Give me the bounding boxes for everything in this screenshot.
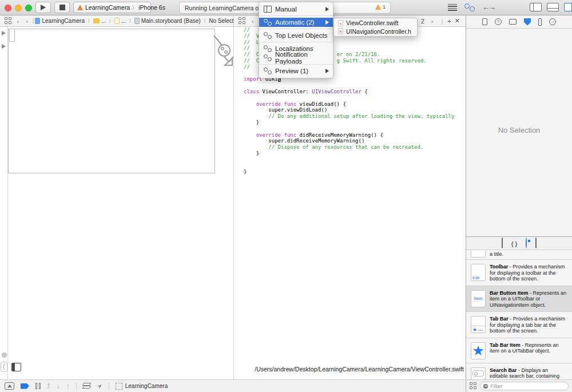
object-cube-icon: [526, 237, 527, 248]
menu-item[interactable]: Notification Payloads: [259, 53, 333, 62]
app-target-icon: [77, 5, 83, 10]
hide-debug-area-button[interactable]: [5, 382, 14, 390]
file-icon: [114, 18, 120, 24]
library-item[interactable]: Toolbar - Provides a mechanism for displ…: [466, 260, 572, 286]
standard-editor-button[interactable]: [448, 4, 457, 11]
code-line: [244, 163, 454, 169]
code-line: }: [244, 151, 454, 157]
code-line: class ViewController: UIViewController {: [244, 89, 454, 95]
step-over-button[interactable]: ⤴: [47, 382, 50, 390]
breadcrumb-item[interactable]: Main.storyboard (Base): [134, 18, 201, 24]
step-out-button[interactable]: ↑: [66, 382, 70, 390]
tab-bar-object-icon: ★•••: [471, 316, 486, 333]
file-template-library-tab[interactable]: [502, 238, 503, 248]
back-button[interactable]: ‹: [248, 18, 257, 25]
toggle-debug-area-button[interactable]: [547, 3, 559, 11]
code-line: [244, 82, 454, 89]
step-into-button[interactable]: ↓: [57, 382, 60, 390]
menu-item[interactable]: Manual: [259, 5, 333, 14]
next-counterpart-button[interactable]: ›: [428, 18, 437, 25]
counterpart-index: 2: [421, 18, 424, 25]
size-inspector-tab[interactable]: [538, 18, 542, 26]
inspector-tab-bar: ? →: [466, 15, 572, 29]
object-library-tab[interactable]: [526, 238, 527, 248]
forward-button[interactable]: ›: [22, 18, 31, 25]
assistant-editor-button[interactable]: [464, 3, 475, 11]
stop-icon: [59, 5, 65, 10]
library-item-partial[interactable]: a title.: [466, 251, 572, 260]
related-items-icon[interactable]: [5, 17, 11, 25]
filter-icon: [483, 384, 488, 389]
arrow-circle-icon: →: [549, 18, 556, 25]
search-bar-object-icon: [471, 367, 486, 380]
menu-item[interactable]: Top Level Objects: [259, 31, 333, 40]
library-item[interactable]: Search Bar - Displays an editable search…: [466, 363, 572, 380]
zoom-window-button[interactable]: [25, 5, 32, 11]
code-line: super.didReceiveMemoryWarning(): [244, 138, 454, 144]
no-selection-label: No Selection: [466, 126, 572, 134]
close-assistant-editor-button[interactable]: ✕: [455, 17, 460, 25]
close-window-button[interactable]: [5, 5, 11, 11]
document-outline-toggle-button[interactable]: [11, 363, 21, 371]
submenu-item[interactable]: sViewController.swift: [334, 19, 417, 27]
outline-strip-button[interactable]: (: [1, 362, 7, 372]
identity-inspector-tab[interactable]: [509, 19, 517, 25]
disclosure-triangle-icon[interactable]: [2, 44, 6, 49]
scrollbar-thumb[interactable]: [2, 353, 7, 358]
version-editor-button[interactable]: ←→: [482, 3, 495, 11]
warning-badge[interactable]: 1: [375, 4, 386, 10]
storyboard-canvas[interactable]: (: [0, 27, 233, 379]
add-assistant-editor-button[interactable]: +: [447, 18, 451, 25]
view-debugger-button[interactable]: [83, 383, 91, 390]
code-line: // Do any additional setup after loading…: [244, 113, 454, 120]
connections-inspector-tab[interactable]: →: [549, 18, 556, 25]
breadcrumb-item[interactable]: ...: [114, 18, 126, 24]
submenu-item[interactable]: hUINavigationController.h: [334, 27, 417, 36]
scheme-selector[interactable]: LearningCamera 〉 iPhone 6s: [73, 2, 151, 13]
library-item[interactable]: ItemBar Button Item - Represents an item…: [466, 286, 572, 312]
disclosure-triangle-icon[interactable]: [2, 31, 6, 35]
library-view-mode-icon[interactable]: [470, 382, 477, 390]
menu-item[interactable]: Automatic (2): [259, 18, 333, 27]
menu-separator: [259, 29, 333, 29]
breadcrumb-item[interactable]: LearningCamera: [35, 18, 85, 24]
library-filter-bar: Filter: [466, 379, 572, 392]
file-inspector-tab[interactable]: [482, 18, 487, 25]
eject-icon: [7, 385, 12, 387]
stop-button[interactable]: [54, 2, 70, 13]
folder-icon: [93, 18, 100, 23]
breadcrumb-item[interactable]: ...: [93, 18, 106, 24]
back-button[interactable]: ‹: [14, 18, 23, 25]
media-library-tab[interactable]: [535, 238, 537, 248]
toggle-navigator-button[interactable]: [530, 3, 542, 11]
code-line: super.viewDidLoad(): [244, 107, 454, 113]
library-item-text: Tab Bar Item - Represents an item on a U…: [490, 342, 567, 359]
library-filter-field[interactable]: Filter: [480, 382, 569, 390]
divider: [76, 382, 77, 390]
minimize-window-button[interactable]: [15, 5, 22, 11]
run-button[interactable]: [35, 2, 51, 13]
process-grid-icon: [116, 383, 122, 390]
process-chip[interactable]: LearningCamera: [116, 383, 168, 390]
object-icon: [471, 251, 486, 258]
chevron-right-icon: 〉: [128, 18, 133, 24]
library-item[interactable]: ★Tab Bar Item - Represents an item on a …: [466, 338, 572, 363]
pause-button[interactable]: [35, 383, 41, 389]
simulate-location-button[interactable]: ➢: [95, 382, 104, 391]
segue-arrow: [205, 30, 233, 93]
toggle-utilities-button[interactable]: [564, 3, 572, 11]
menu-item[interactable]: Preview (1): [259, 66, 333, 76]
breadcrumb: LearningCamera〉...〉...〉Main.storyboard (…: [35, 18, 241, 24]
related-items-icon[interactable]: [239, 17, 246, 25]
quick-help-inspector-tab[interactable]: ?: [495, 18, 502, 25]
primary-jump-bar: ‹ › | LearningCamera〉...〉...〉Main.storyb…: [0, 15, 233, 27]
attributes-inspector-tab[interactable]: [524, 18, 531, 26]
warning-icon: [375, 4, 381, 10]
library-item-text: Toolbar - Provides a mechanism for displ…: [490, 264, 567, 282]
chevron-right-icon: 〉: [86, 18, 92, 24]
submenu-arrow-icon: [325, 20, 329, 25]
view-controller-view[interactable]: [8, 29, 215, 173]
code-snippet-library-tab[interactable]: { }: [511, 238, 518, 248]
breakpoints-toggle-button[interactable]: [21, 383, 29, 389]
library-item[interactable]: ★•••Tab Bar - Provides a mechanism for d…: [466, 312, 572, 338]
